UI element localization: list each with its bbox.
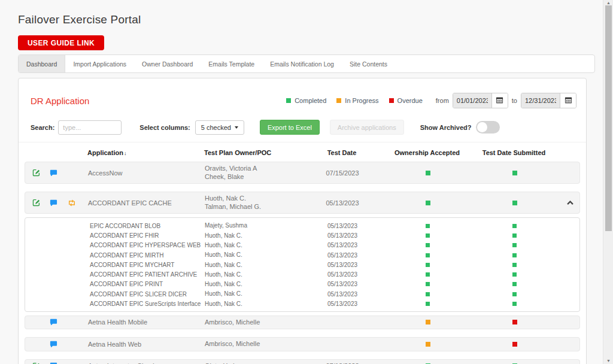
table-row: Aetna Integrator CloudOlety, Yadav07/13/… (25, 359, 580, 364)
export-to-excel-button[interactable]: Export to Excel (260, 120, 320, 135)
test-plan-owner: Ambrisco, Michelle (205, 340, 301, 348)
test-date-submitted-status-square (512, 171, 517, 175)
scroll-down-icon[interactable]: ▼ (606, 359, 611, 363)
ownership-accepted-status-square (426, 320, 430, 324)
child-applications-panel: EPIC ACCORDANT BLOBMajety, Sushma05/13/2… (25, 217, 580, 312)
edit-icon-slot (32, 341, 50, 348)
to-date-group (521, 93, 576, 108)
test-date: 05/13/2023 (301, 291, 384, 298)
ownership-accepted-status-square (426, 342, 430, 347)
ownership-accepted-status-square (426, 171, 430, 175)
columns-dropdown[interactable]: 5 checked (195, 120, 244, 135)
owner-name: Talman, Michael G. (205, 203, 301, 211)
legend-item-overdue: Overdue (389, 97, 423, 104)
test-date-submitted-cell (471, 291, 558, 298)
column-header-label: Test Plan Owner/POC (204, 149, 271, 156)
test-date: 05/13/2023 (301, 271, 384, 278)
table-header: Application↓Test Plan Owner/POCTest Date… (25, 142, 580, 162)
test-date-submitted-cell (471, 169, 558, 177)
column-header-ownership-accepted[interactable]: Ownership Accepted (384, 149, 471, 156)
scroll-up-icon[interactable]: ▲ (606, 1, 611, 5)
application-name: ACCORDANT EPIC MIRTH (85, 252, 205, 259)
tab-emails-template[interactable]: Emails Template (201, 55, 262, 72)
legend-item-completed: Completed (286, 97, 326, 104)
comment-icon[interactable] (50, 341, 57, 348)
test-date-submitted-status-square (512, 282, 517, 286)
to-date-input[interactable] (521, 93, 560, 108)
from-calendar-button[interactable] (491, 93, 508, 108)
test-plan-owner: Huoth, Nak C. (205, 271, 301, 279)
ownership-accepted-status-square (426, 263, 430, 267)
application-name: ACCORDANT EPIC PRINT (85, 281, 205, 287)
test-date-submitted-status-square (512, 342, 517, 347)
table-body: AccessNowOravits, Victoria ACheek, Blake… (25, 162, 580, 364)
child-table-row: ACCORDANT EPIC SLICER DICERHuoth, Nak C.… (25, 289, 579, 299)
edit-icon[interactable] (32, 169, 40, 177)
expand-collapse-icon[interactable] (68, 199, 76, 207)
from-date-input[interactable] (453, 93, 491, 108)
comment-icon[interactable] (50, 169, 57, 177)
column-header-test-date-submitted[interactable]: Test Date Submitted (471, 149, 557, 156)
column-header-application[interactable]: Application↓ (84, 149, 204, 156)
ownership-accepted-status-square (426, 302, 430, 306)
comment-icon[interactable] (50, 199, 57, 207)
status-legend: CompletedIn ProgressOverdue (286, 97, 423, 104)
show-archived-label: Show Archived? (420, 124, 472, 131)
test-date-submitted-cell (471, 262, 558, 268)
test-plan-owner: Huoth, Nak C. (205, 232, 301, 240)
row-action-icons (25, 341, 85, 348)
test-date: 05/13/2023 (301, 262, 384, 268)
ownership-accepted-status-square (426, 243, 430, 247)
calendar-icon (565, 96, 572, 105)
owner-name: Huoth, Nak C. (205, 241, 301, 250)
row-action-icons (25, 169, 85, 177)
application-name: Aetna Health Web (85, 341, 205, 348)
tab-site-contents[interactable]: Site Contents (342, 55, 395, 72)
to-calendar-button[interactable] (560, 93, 576, 108)
tab-dashboard[interactable]: Dashboard (19, 55, 65, 72)
tab-import-applications[interactable]: Import Applications (65, 55, 134, 72)
owner-name: Ambrisco, Michelle (205, 340, 301, 348)
table-row: Aetna Health MobileAmbrisco, Michelle (25, 316, 580, 330)
user-guide-link-button[interactable]: USER GUIDE LINK (18, 35, 104, 50)
legend-swatch (336, 98, 341, 103)
edit-icon-slot (32, 169, 50, 177)
tab-bar: DashboardImport ApplicationsOwner Dashbo… (18, 54, 595, 73)
column-header-test-plan-owner-poc[interactable]: Test Plan Owner/POC (204, 149, 300, 156)
test-date: 05/13/2023 (301, 199, 384, 207)
tab-owner-dashboard[interactable]: Owner Dashboard (134, 55, 201, 72)
comment-icon[interactable] (50, 318, 57, 326)
to-label: to (512, 97, 517, 104)
search-label: Search: (31, 124, 54, 131)
test-date-submitted-status-square (512, 224, 517, 228)
archive-applications-button[interactable]: Archive applications (330, 120, 404, 135)
owner-name: Huoth, Nak C. (205, 290, 301, 298)
legend-label: Overdue (397, 97, 423, 104)
ownership-accepted-cell (384, 199, 471, 207)
child-table-row: ACCORDANT EPIC MYCHARTHuoth, Nak C.05/13… (25, 260, 579, 269)
expand-icon-slot (68, 169, 85, 177)
ownership-accepted-status-square (426, 272, 430, 277)
expand-icon-slot (68, 318, 85, 326)
table-row: AccessNowOravits, Victoria ACheek, Blake… (25, 162, 580, 184)
applications-table: Application↓Test Plan Owner/POCTest Date… (19, 142, 586, 364)
from-date-group (453, 93, 508, 108)
row-expand-cell (558, 201, 582, 205)
comment-icon-slot (50, 341, 67, 348)
legend-item-in-progress: In Progress (336, 97, 378, 104)
application-name: EPIC ACCORDANT BLOB (85, 223, 205, 229)
ownership-accepted-cell (384, 169, 471, 177)
table-controls: Search: Select columns: 5 checked Export… (19, 108, 586, 142)
collapse-chevron-icon[interactable] (558, 201, 582, 205)
scrollbar-thumb[interactable] (605, 5, 612, 231)
test-plan-owner: Oravits, Victoria ACheek, Blake (205, 165, 301, 181)
tab-emails-notification-log[interactable]: Emails Notification Log (262, 55, 342, 72)
legend-swatch (389, 98, 394, 103)
search-input[interactable] (58, 120, 122, 135)
ownership-accepted-cell (384, 318, 471, 326)
show-archived-toggle[interactable] (476, 121, 500, 134)
test-plan-owner: Ambrisco, Michelle (205, 318, 301, 327)
ownership-accepted-cell (384, 301, 471, 307)
edit-icon[interactable] (32, 199, 40, 207)
column-header-test-date[interactable]: Test Date (300, 149, 384, 156)
